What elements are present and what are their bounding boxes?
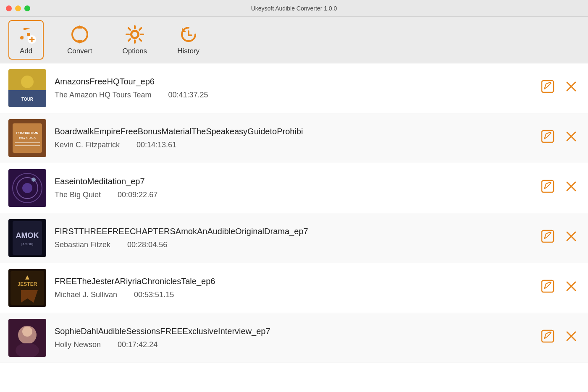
list-item: PROHIBITIONERA SLANG BoardwalkEmpireFree… — [0, 113, 588, 163]
edit-button-6[interactable] — [539, 328, 556, 348]
item-duration-4: 00:28:04.56 — [127, 240, 167, 249]
minimize-button[interactable] — [15, 5, 21, 11]
thumbnail-5: JESTER — [8, 269, 46, 307]
edit-button-4[interactable] — [539, 228, 556, 248]
convert-icon — [70, 24, 90, 44]
item-actions-6 — [539, 328, 580, 348]
item-actions-1 — [539, 78, 580, 98]
delete-button-1[interactable] — [563, 78, 580, 98]
svg-text:JESTER: JESTER — [18, 281, 37, 287]
item-info-4: FIRSTTHREEFREECHAPTERSAmokAnAudibleOrigi… — [55, 227, 531, 249]
list-item: SophieDahlAudibleSessionsFREEExclusiveIn… — [0, 313, 588, 363]
edit-button-1[interactable] — [539, 78, 556, 98]
delete-button-6[interactable] — [563, 328, 580, 348]
delete-button-5[interactable] — [563, 278, 580, 298]
thumbnail-3 — [8, 169, 46, 207]
content-list: TOUR AmazonsFreeHQTour_ep6 The Amazon HQ… — [0, 63, 588, 392]
svg-text:AMOK: AMOK — [16, 231, 39, 240]
item-title-2: BoardwalkEmpireFreeBonusMaterialTheSpeak… — [55, 127, 531, 136]
item-duration-6: 00:17:42.24 — [118, 340, 158, 349]
svg-text:[AMOK]: [AMOK] — [21, 242, 33, 246]
delete-button-2[interactable] — [563, 128, 580, 148]
history-icon — [178, 24, 199, 44]
item-title-4: FIRSTTHREEFREECHAPTERSAmokAnAudibleOrigi… — [55, 227, 531, 236]
convert-label: Convert — [67, 47, 92, 55]
edit-button-3[interactable] — [539, 178, 556, 198]
toolbar-item-history[interactable]: History — [171, 21, 206, 59]
thumbnail-1: TOUR — [8, 69, 46, 107]
item-meta-1: The Amazon HQ Tours Team 00:41:37.25 — [55, 91, 531, 99]
item-meta-4: Sebastian Fitzek 00:28:04.56 — [55, 240, 531, 249]
svg-point-27 — [22, 183, 32, 193]
item-duration-2: 00:14:13.61 — [136, 141, 176, 149]
item-author-5: Michael J. Sullivan — [55, 290, 117, 299]
item-duration-1: 00:41:37.25 — [168, 91, 208, 99]
add-label: Add — [20, 47, 32, 55]
list-item: JESTER FREETheJesterARiyriaChroniclesTal… — [0, 263, 588, 313]
delete-button-4[interactable] — [563, 228, 580, 248]
history-label: History — [177, 47, 200, 55]
svg-point-28 — [32, 178, 36, 182]
thumbnail-6 — [8, 319, 46, 357]
item-author-6: Holly Newson — [55, 340, 101, 349]
options-label: Options — [123, 47, 147, 55]
svg-text:TOUR: TOUR — [21, 97, 34, 102]
thumbnail-4: AMOK[AMOK] — [8, 219, 46, 257]
svg-point-50 — [22, 327, 32, 337]
close-button[interactable] — [6, 5, 12, 11]
delete-button-3[interactable] — [563, 178, 580, 198]
item-meta-5: Michael J. Sullivan 00:53:51.15 — [55, 290, 531, 299]
thumbnail-2: PROHIBITIONERA SLANG — [8, 119, 46, 157]
svg-text:ERA SLANG: ERA SLANG — [19, 137, 36, 140]
toolbar-item-add[interactable]: Add — [8, 20, 44, 60]
edit-button-5[interactable] — [539, 278, 556, 298]
list-item: TOUR AmazonsFreeHQTour_ep6 The Amazon HQ… — [0, 63, 588, 113]
item-author-4: Sebastian Fitzek — [55, 240, 110, 249]
item-author-1: The Amazon HQ Tours Team — [55, 91, 151, 99]
window-controls — [6, 5, 30, 11]
item-actions-5 — [539, 278, 580, 298]
item-title-3: EaseintoMeditation_ep7 — [55, 177, 531, 186]
title-bar: Ukeysoft Audible Converter 1.0.0 — [0, 0, 588, 17]
item-actions-2 — [539, 128, 580, 148]
item-author-3: The Big Quiet — [55, 191, 101, 199]
item-meta-3: The Big Quiet 00:09:22.67 — [55, 191, 531, 199]
item-info-5: FREETheJesterARiyriaChroniclesTale_ep6 M… — [55, 277, 531, 299]
item-duration-3: 00:09:22.67 — [118, 191, 158, 199]
item-info-1: AmazonsFreeHQTour_ep6 The Amazon HQ Tour… — [55, 77, 531, 99]
item-title-1: AmazonsFreeHQTour_ep6 — [55, 77, 531, 86]
svg-point-10 — [21, 76, 34, 88]
toolbar-item-options[interactable]: Options — [116, 21, 154, 59]
svg-point-3 — [132, 32, 137, 37]
item-actions-4 — [539, 228, 580, 248]
item-actions-3 — [539, 178, 580, 198]
item-info-3: EaseintoMeditation_ep7 The Big Quiet 00:… — [55, 177, 531, 199]
item-info-6: SophieDahlAudibleSessionsFREEExclusiveIn… — [55, 327, 531, 349]
list-item: AMOK[AMOK] FIRSTTHREEFREECHAPTERSAmokAnA… — [0, 213, 588, 263]
toolbar: Add Convert Options — [0, 17, 588, 63]
item-duration-5: 00:53:51.15 — [134, 290, 174, 299]
edit-button-2[interactable] — [539, 128, 556, 148]
options-icon — [125, 24, 145, 44]
svg-rect-20 — [15, 145, 40, 146]
maximize-button[interactable] — [24, 5, 30, 11]
item-author-2: Kevin C. Fitzpatrick — [55, 141, 120, 149]
svg-rect-19 — [15, 142, 40, 143]
item-title-5: FREETheJesterARiyriaChroniclesTale_ep6 — [55, 277, 531, 286]
add-icon — [16, 24, 36, 44]
item-meta-6: Holly Newson 00:17:42.24 — [55, 340, 531, 349]
toolbar-item-convert[interactable]: Convert — [60, 21, 99, 59]
svg-text:PROHIBITION: PROHIBITION — [16, 131, 39, 135]
item-meta-2: Kevin C. Fitzpatrick 00:14:13.61 — [55, 141, 531, 149]
list-item: EaseintoMeditation_ep7 The Big Quiet 00:… — [0, 163, 588, 213]
item-title-6: SophieDahlAudibleSessionsFREEExclusiveIn… — [55, 327, 531, 336]
window-title: Ukeysoft Audible Converter 1.0.0 — [251, 5, 337, 12]
item-info-2: BoardwalkEmpireFreeBonusMaterialTheSpeak… — [55, 127, 531, 149]
